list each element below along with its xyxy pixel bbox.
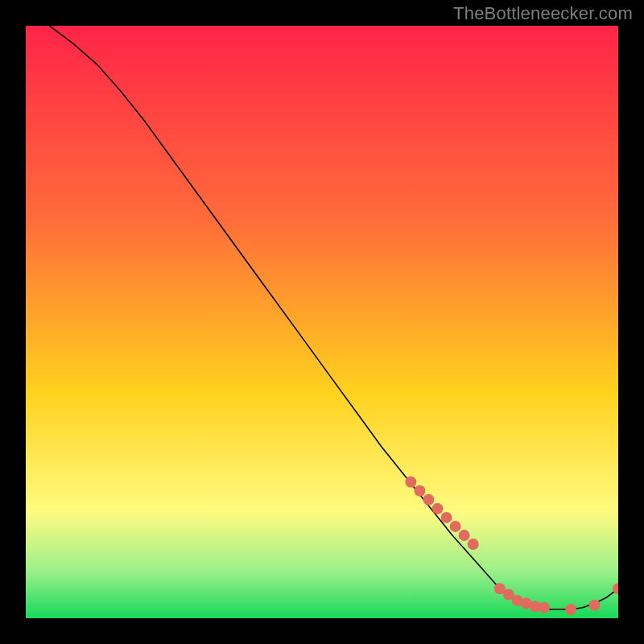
plot-svg	[26, 26, 618, 618]
marker-point	[589, 600, 601, 611]
marker-point	[441, 512, 452, 523]
watermark-text: TheBottleneecker.com	[453, 3, 633, 24]
marker-point	[414, 485, 425, 497]
chart-frame: TheBottleneecker.com	[0, 0, 644, 644]
marker-point	[432, 503, 444, 514]
marker-point	[405, 477, 416, 488]
marker-point	[565, 604, 576, 615]
marker-point	[450, 521, 461, 532]
marker-point	[539, 602, 550, 613]
gradient-background	[26, 26, 618, 618]
plot-area	[26, 26, 618, 618]
marker-point	[468, 539, 479, 550]
marker-point	[423, 494, 434, 506]
marker-point	[459, 530, 470, 541]
